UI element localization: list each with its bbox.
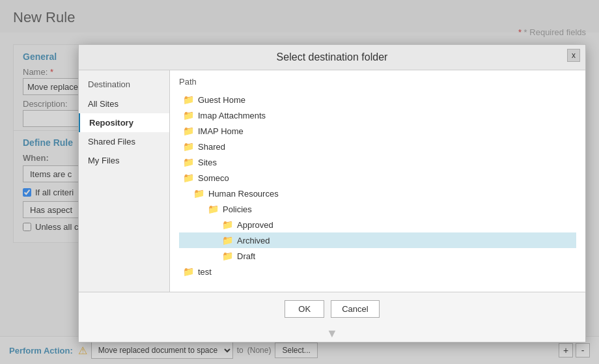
folder-label: IMAP Home — [198, 126, 244, 136]
dest-my-files[interactable]: My Files — [79, 151, 169, 170]
modal-header: Select destination folder x — [79, 45, 585, 70]
folder-imap-home[interactable]: 📁 IMAP Home — [179, 123, 576, 139]
folder-icon: 📁 — [222, 235, 233, 245]
folder-imap-attachments[interactable]: 📁 Imap Attachments — [179, 107, 576, 123]
select-destination-modal: Select destination folder x Destination … — [78, 44, 586, 343]
destination-header: Destination — [79, 77, 169, 94]
folder-label: Sites — [198, 158, 217, 167]
folder-human-resources[interactable]: 📁 Human Resources — [179, 186, 576, 201]
modal-title: Select destination folder — [277, 51, 388, 63]
folder-label: Someco — [198, 173, 229, 183]
folder-icon: 📁 — [222, 219, 233, 230]
folder-icon: 📁 — [183, 110, 194, 120]
cancel-button[interactable]: Cancel — [331, 300, 379, 318]
folder-label: Draft — [237, 251, 255, 261]
folder-icon: 📁 — [208, 204, 219, 214]
folder-archived[interactable]: 📁 Archived — [179, 232, 576, 248]
folder-policies[interactable]: 📁 Policies — [179, 201, 576, 217]
folder-icon: 📁 — [183, 141, 194, 152]
folder-test[interactable]: 📁 test — [179, 264, 576, 279]
folder-guest-home[interactable]: 📁 Guest Home — [179, 92, 576, 107]
modal-arrow: ▼ — [79, 326, 585, 342]
folder-label: Imap Attachments — [198, 111, 266, 120]
modal-body: Destination All Sites Repository Shared … — [79, 70, 585, 292]
folder-label: Guest Home — [198, 95, 245, 105]
folder-label: Approved — [237, 220, 273, 230]
folder-label: test — [198, 267, 212, 277]
folder-icon: 📁 — [183, 173, 194, 183]
folder-label: Policies — [223, 204, 252, 214]
folder-label: Shared — [198, 142, 225, 152]
modal-close-button[interactable]: x — [567, 49, 580, 62]
dest-all-sites[interactable]: All Sites — [79, 94, 169, 113]
dest-shared-files[interactable]: Shared Files — [79, 132, 169, 151]
folder-draft[interactable]: 📁 Draft — [179, 248, 576, 264]
folder-icon: 📁 — [183, 94, 194, 105]
folder-icon: 📁 — [183, 157, 194, 167]
path-panel: Path 📁 Guest Home 📁 Imap Attachments 📁 I… — [170, 70, 585, 292]
folder-label: Human Resources — [208, 189, 279, 199]
folder-icon: 📁 — [183, 266, 194, 277]
dest-repository[interactable]: Repository — [79, 113, 169, 132]
folder-someco[interactable]: 📁 Someco — [179, 170, 576, 186]
ok-button[interactable]: OK — [285, 300, 324, 318]
folder-shared[interactable]: 📁 Shared — [179, 139, 576, 154]
folder-approved[interactable]: 📁 Approved — [179, 217, 576, 232]
path-header: Path — [179, 77, 576, 87]
destination-panel: Destination All Sites Repository Shared … — [79, 70, 170, 292]
modal-footer: OK Cancel — [79, 292, 585, 326]
folder-icon: 📁 — [193, 188, 204, 199]
folder-icon: 📁 — [222, 251, 233, 261]
folder-icon: 📁 — [183, 126, 194, 136]
folder-sites[interactable]: 📁 Sites — [179, 154, 576, 170]
folder-label: Archived — [237, 236, 270, 245]
